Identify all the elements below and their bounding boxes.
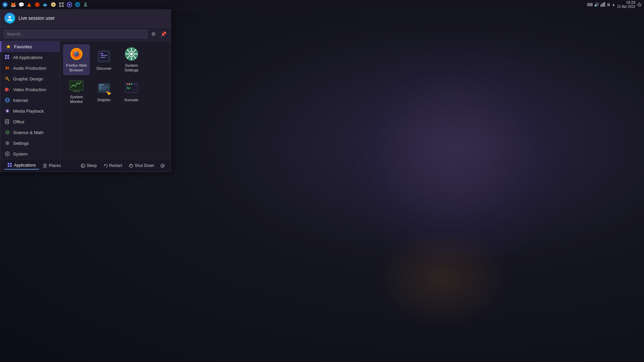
ring-taskbar-icon[interactable]: [66, 1, 73, 8]
search-pin-button[interactable]: 📌: [159, 30, 167, 38]
network-icon[interactable]: [600, 2, 605, 7]
discover-app-label: Discover: [97, 66, 112, 71]
svg-rect-74: [99, 84, 100, 90]
svg-rect-16: [602, 3, 603, 7]
svg-rect-14: [600, 5, 601, 7]
sidebar-item-graphic-design-label: Graphic Design: [13, 76, 43, 81]
svg-point-79: [127, 83, 128, 85]
menu-apps: Firefox WebBrowser Discover: [60, 41, 171, 159]
app-item-system-monitor[interactable]: SystemMonitor: [63, 76, 90, 106]
firefox-app-label: Firefox WebBrowser: [66, 63, 87, 73]
menu-bottom-bar: Applications Places Sleep: [0, 159, 171, 172]
apps-grid: Firefox WebBrowser Discover: [63, 45, 167, 106]
taskbar-clock[interactable]: 19:28 21 Apr 2022: [617, 0, 635, 9]
svg-rect-75: [101, 84, 101, 90]
app-item-dolphin[interactable]: Dolphin: [91, 76, 117, 106]
taskbar-right: ⌨ 🔊 🖥 ▲ 19:28 21 Apr 2022 ⏻: [584, 0, 644, 9]
system-monitor-app-icon: [68, 78, 85, 93]
menu-search-bar: ⚙ 📌: [0, 27, 171, 41]
tab-places[interactable]: Places: [39, 162, 64, 169]
tab-applications[interactable]: Applications: [4, 162, 39, 170]
sidebar-item-favorites[interactable]: Favorites: [0, 41, 60, 52]
app-item-system-settings[interactable]: SystemSettings: [118, 45, 145, 75]
science-math-icon: [4, 129, 10, 135]
sidebar-item-office-label: Office: [13, 119, 24, 124]
user-avatar: [4, 13, 15, 23]
restart-label: Restart: [109, 163, 122, 168]
sidebar-item-office[interactable]: Office: [0, 116, 60, 127]
svg-rect-6: [62, 2, 64, 4]
internet-icon: [4, 97, 10, 103]
kde-start-icon[interactable]: [1, 1, 9, 8]
svg-rect-32: [5, 88, 8, 91]
system-monitor-app-label: SystemMonitor: [70, 95, 83, 104]
svg-rect-27: [6, 58, 6, 59]
sidebar-item-settings[interactable]: Settings: [0, 138, 60, 148]
firefox-app-icon: [68, 47, 85, 61]
svg-point-2: [4, 4, 6, 5]
chevron-up-icon[interactable]: ▲: [612, 3, 615, 6]
triangle-taskbar-icon[interactable]: [25, 1, 33, 8]
sidebar-item-internet-label: Internet: [13, 98, 28, 103]
fish-taskbar-icon[interactable]: 🐟: [42, 1, 49, 8]
volume-icon[interactable]: 🔊: [594, 2, 599, 7]
skype-taskbar-icon[interactable]: 💬: [17, 1, 25, 8]
svg-point-4: [35, 2, 40, 7]
sidebar-item-video-production[interactable]: Video Production: [0, 84, 60, 95]
sidebar-item-internet[interactable]: Internet: [0, 95, 60, 106]
taskbar-logout-icon[interactable]: ⏻: [637, 2, 641, 7]
app-item-firefox[interactable]: Firefox WebBrowser: [63, 45, 90, 75]
search-input[interactable]: [4, 30, 147, 38]
svg-rect-25: [6, 56, 6, 56]
svg-rect-28: [8, 58, 9, 59]
clock-date: 21 Apr 2022: [617, 5, 635, 9]
menu-body: Favorites All Applications: [0, 41, 171, 159]
sidebar-item-all-applications-label: All Applications: [13, 55, 42, 60]
tab-applications-label: Applications: [14, 163, 36, 168]
svg-point-66: [130, 53, 133, 55]
konsole-app-icon: $> _: [123, 80, 140, 96]
sleep-icon: [81, 164, 85, 168]
media-taskbar-icon[interactable]: 📀: [50, 1, 57, 8]
svg-point-19: [8, 16, 11, 18]
restart-button[interactable]: Restart: [101, 162, 125, 169]
sleep-button[interactable]: Sleep: [78, 162, 100, 169]
sidebar-item-audio-production[interactable]: Audio Production: [0, 63, 60, 73]
app-item-konsole[interactable]: $> _ Konsole: [118, 76, 145, 106]
system-settings-app-label: SystemSettings: [124, 63, 139, 73]
sidebar-item-graphic-design[interactable]: Graphic Design: [0, 73, 60, 84]
sidebar-item-all-applications[interactable]: All Applications: [0, 52, 60, 63]
shutdown-button[interactable]: Shut Down: [126, 162, 157, 169]
logout-button[interactable]: [158, 162, 167, 169]
display-icon[interactable]: 🖥: [606, 2, 610, 7]
app-item-discover[interactable]: Discover: [91, 45, 117, 75]
sidebar-item-audio-production-label: Audio Production: [13, 66, 46, 71]
circle-taskbar-icon[interactable]: [34, 1, 41, 8]
video-production-icon: [4, 86, 10, 93]
dolphin-app-label: Dolphin: [98, 98, 111, 103]
anchor-taskbar-icon[interactable]: [82, 1, 89, 8]
menu-sidebar: Favorites All Applications: [0, 41, 60, 159]
shutdown-icon: [129, 164, 133, 168]
sidebar-item-video-production-label: Video Production: [13, 87, 46, 92]
globe-taskbar-icon[interactable]: 🌐: [74, 1, 81, 8]
svg-rect-68: [73, 91, 80, 92]
sidebar-item-media-playback[interactable]: Media Playback: [0, 106, 60, 116]
svg-marker-20: [6, 45, 11, 49]
search-settings-button[interactable]: ⚙: [149, 30, 157, 38]
sidebar-item-media-playback-label: Media Playback: [13, 109, 44, 114]
firefox-taskbar-icon[interactable]: 🦊: [9, 1, 17, 8]
keyboard-icon[interactable]: ⌨: [587, 2, 593, 7]
konsole-app-label: Konsole: [124, 98, 139, 103]
svg-rect-5: [59, 2, 61, 4]
svg-point-30: [6, 77, 8, 79]
applications-tab-icon: [8, 163, 12, 168]
discover-app-icon: [96, 48, 112, 64]
bottom-actions: Sleep Restart Shut Down: [78, 162, 167, 169]
menu-user-header: Live session user: [0, 9, 171, 27]
sidebar-item-system[interactable]: System: [0, 148, 60, 159]
appgrid-taskbar-icon[interactable]: [58, 1, 65, 8]
sidebar-item-science-math[interactable]: Science & Math: [0, 127, 60, 138]
sidebar-item-science-math-label: Science & Math: [13, 130, 44, 135]
user-name: Live session user: [18, 15, 55, 21]
